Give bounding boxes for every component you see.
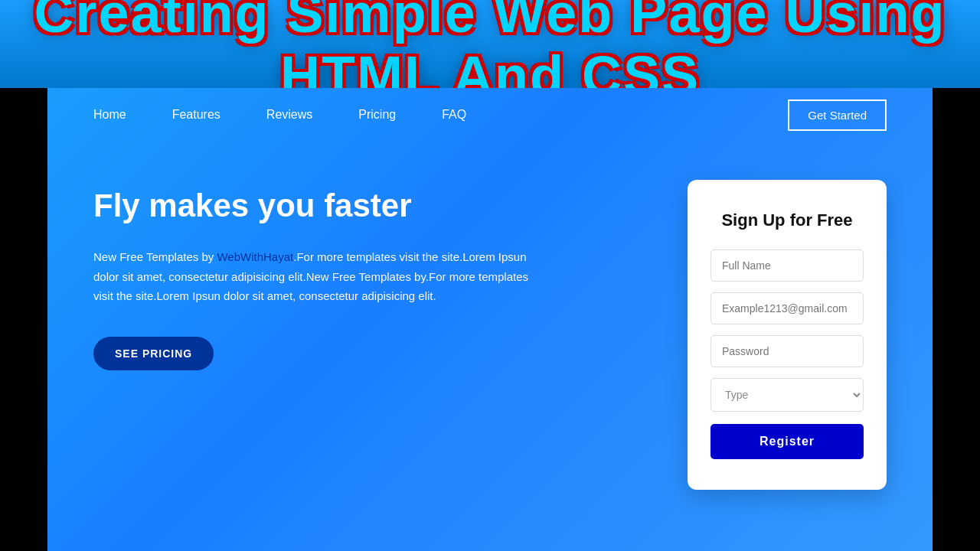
nav-item-home[interactable]: Home <box>93 108 126 122</box>
get-started-button[interactable]: Get Started <box>788 99 887 131</box>
type-select[interactable]: Type <box>710 378 864 412</box>
right-sidebar-black <box>933 88 980 551</box>
nav-link-reviews[interactable]: Reviews <box>266 108 312 121</box>
nav-item-features[interactable]: Features <box>172 108 220 122</box>
hero-title: Fly makes you faster <box>93 187 537 224</box>
nav-item-reviews[interactable]: Reviews <box>266 108 312 122</box>
register-button[interactable]: Register <box>710 424 864 459</box>
youtube-banner: Creating Simple Web Page Using HTML And … <box>0 0 980 88</box>
signup-card: Sign Up for Free Type Register <box>688 180 887 490</box>
nav-link-pricing[interactable]: Pricing <box>358 108 396 121</box>
full-name-input[interactable] <box>710 249 864 282</box>
page-wrapper: Home Features Reviews Pricing FAQ Get St… <box>0 88 980 551</box>
hero-text: Fly makes you faster New Free Templates … <box>93 172 537 370</box>
email-input[interactable] <box>710 292 864 324</box>
hero-link[interactable]: WebWithHayat <box>217 250 293 263</box>
nav-item-faq[interactable]: FAQ <box>442 108 466 122</box>
nav-link-features[interactable]: Features <box>172 108 220 121</box>
nav-link-home[interactable]: Home <box>93 108 126 121</box>
navbar: Home Features Reviews Pricing FAQ Get St… <box>47 88 933 142</box>
left-sidebar-black <box>0 88 47 551</box>
see-pricing-button[interactable]: SEE PRICING <box>93 337 214 370</box>
signup-title: Sign Up for Free <box>710 210 864 230</box>
nav-links: Home Features Reviews Pricing FAQ <box>93 108 788 122</box>
main-content: Home Features Reviews Pricing FAQ Get St… <box>47 88 933 551</box>
hero-section: Fly makes you faster New Free Templates … <box>47 142 933 520</box>
nav-link-faq[interactable]: FAQ <box>442 108 466 121</box>
hero-description: New Free Templates by WebWithHayat.For m… <box>93 247 537 306</box>
nav-item-pricing[interactable]: Pricing <box>358 108 396 122</box>
password-input[interactable] <box>710 335 864 367</box>
hero-description-part1: New Free Templates by <box>93 250 217 263</box>
